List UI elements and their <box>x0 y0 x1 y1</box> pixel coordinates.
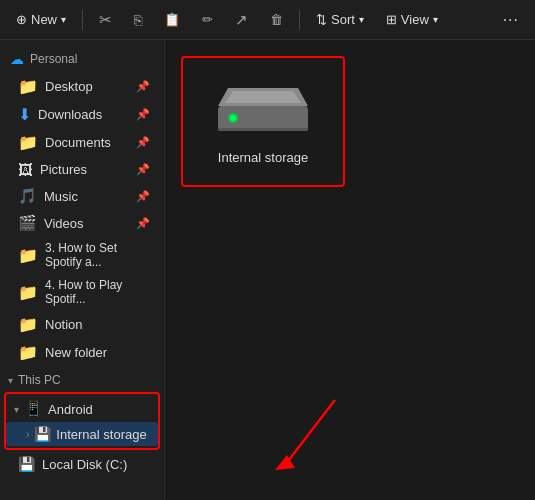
sort-chevron-icon: ▾ <box>359 14 364 25</box>
new-chevron-icon: ▾ <box>61 14 66 25</box>
android-label: Android <box>48 402 93 417</box>
cut-button[interactable]: ✂ <box>91 7 120 33</box>
internal-storage-icon: 💾 <box>34 426 51 442</box>
sidebar-cloud[interactable]: ☁ Personal <box>0 46 164 72</box>
sidebar-item-new-folder[interactable]: 📁 New folder <box>4 339 160 366</box>
cut-icon: ✂ <box>99 11 112 29</box>
android-internal-storage-label: Internal storage <box>56 427 146 442</box>
copy-icon: ⎘ <box>134 12 142 28</box>
sidebar-spotify1-label: 3. How to Set Spotify a... <box>45 241 150 269</box>
new-folder-icon: 📁 <box>18 343 38 362</box>
sidebar-item-downloads[interactable]: ⬇ Downloads 📌 <box>4 101 160 128</box>
delete-icon: 🗑 <box>270 12 283 27</box>
android-device-icon: 📱 <box>24 400 43 418</box>
spotify1-folder-icon: 📁 <box>18 246 38 265</box>
sidebar-downloads-label: Downloads <box>38 107 102 122</box>
arrow-annotation <box>265 390 345 480</box>
view-button[interactable]: ⊞ View ▾ <box>378 8 446 31</box>
spotify2-folder-icon: 📁 <box>18 283 38 302</box>
more-button[interactable]: ··· <box>495 7 527 33</box>
this-pc-section[interactable]: ▾ This PC <box>0 367 164 390</box>
sidebar-item-pictures[interactable]: 🖼 Pictures 📌 <box>4 157 160 182</box>
new-label: New <box>31 12 57 27</box>
this-pc-label: This PC <box>18 373 61 387</box>
sidebar-new-folder-label: New folder <box>45 345 107 360</box>
internal-storage-item[interactable]: Internal storage <box>181 56 345 187</box>
videos-pin-icon: 📌 <box>136 217 150 230</box>
downloads-pin-icon: 📌 <box>136 108 150 121</box>
sidebar-notion-label: Notion <box>45 317 83 332</box>
sidebar-item-documents[interactable]: 📁 Documents 📌 <box>4 129 160 156</box>
view-chevron-icon: ▾ <box>433 14 438 25</box>
svg-point-4 <box>230 115 236 121</box>
toolbar-separator-1 <box>82 10 83 30</box>
documents-pin-icon: 📌 <box>136 136 150 149</box>
sidebar-item-spotify2[interactable]: 📁 4. How to Play Spotif... <box>4 274 160 310</box>
toolbar-separator-2 <box>299 10 300 30</box>
sidebar-item-local-disk[interactable]: 💾 Local Disk (C:) <box>4 452 160 476</box>
desktop-pin-icon: 📌 <box>136 80 150 93</box>
pictures-icon: 🖼 <box>18 161 33 178</box>
videos-icon: 🎬 <box>18 214 37 232</box>
sidebar-music-label: Music <box>44 189 78 204</box>
android-header[interactable]: ▾ 📱 Android <box>6 396 158 422</box>
sidebar-pictures-label: Pictures <box>40 162 87 177</box>
sidebar: ☁ Personal 📁 Desktop 📌 ⬇ Downloads 📌 📁 D… <box>0 40 165 500</box>
view-label: View <box>401 12 429 27</box>
more-icon: ··· <box>503 11 519 29</box>
pictures-pin-icon: 📌 <box>136 163 150 176</box>
music-pin-icon: 📌 <box>136 190 150 203</box>
sidebar-desktop-label: Desktop <box>45 79 93 94</box>
sidebar-documents-label: Documents <box>45 135 111 150</box>
hdd-svg-icon <box>213 78 313 138</box>
cloud-icon: ☁ <box>10 51 24 67</box>
rename-button[interactable]: ✏ <box>194 8 221 31</box>
share-icon: ↗ <box>235 11 248 29</box>
main-layout: ☁ Personal 📁 Desktop 📌 ⬇ Downloads 📌 📁 D… <box>0 40 535 500</box>
notion-folder-icon: 📁 <box>18 315 38 334</box>
local-disk-label: Local Disk (C:) <box>42 457 127 472</box>
desktop-folder-icon: 📁 <box>18 77 38 96</box>
sort-button[interactable]: ⇅ Sort ▾ <box>308 8 372 31</box>
sidebar-item-desktop[interactable]: 📁 Desktop 📌 <box>4 73 160 100</box>
storage-content-label: Internal storage <box>218 150 308 165</box>
svg-line-6 <box>285 400 335 465</box>
android-internal-storage-item[interactable]: › 💾 Internal storage <box>6 422 158 446</box>
sidebar-item-notion[interactable]: 📁 Notion <box>4 311 160 338</box>
delete-button[interactable]: 🗑 <box>262 8 291 31</box>
view-icon: ⊞ <box>386 12 397 27</box>
android-section: ▾ 📱 Android › 💾 Internal storage <box>4 392 160 450</box>
sidebar-item-spotify1[interactable]: 📁 3. How to Set Spotify a... <box>4 237 160 273</box>
new-button[interactable]: ⊕ New ▾ <box>8 8 74 31</box>
music-icon: 🎵 <box>18 187 37 205</box>
svg-marker-2 <box>225 91 301 103</box>
downloads-icon: ⬇ <box>18 105 31 124</box>
new-icon: ⊕ <box>16 12 27 27</box>
sidebar-item-music[interactable]: 🎵 Music 📌 <box>4 183 160 209</box>
content-area: Internal storage <box>165 40 535 500</box>
android-chevron-icon: ▾ <box>14 404 19 415</box>
sort-icon: ⇅ <box>316 12 327 27</box>
sidebar-item-videos[interactable]: 🎬 Videos 📌 <box>4 210 160 236</box>
share-button[interactable]: ↗ <box>227 7 256 33</box>
this-pc-chevron-icon: ▾ <box>8 375 13 386</box>
sidebar-videos-label: Videos <box>44 216 84 231</box>
svg-marker-7 <box>275 455 295 470</box>
copy-button[interactable]: ⎘ <box>126 8 150 32</box>
sidebar-spotify2-label: 4. How to Play Spotif... <box>45 278 150 306</box>
internal-expand-icon: › <box>26 429 29 440</box>
toolbar: ⊕ New ▾ ✂ ⎘ 📋 ✏ ↗ 🗑 ⇅ Sort ▾ ⊞ View ▾ ··… <box>0 0 535 40</box>
sidebar-cloud-label: Personal <box>30 52 77 66</box>
svg-rect-5 <box>218 128 308 131</box>
paste-icon: 📋 <box>164 12 180 27</box>
rename-icon: ✏ <box>202 12 213 27</box>
local-disk-icon: 💾 <box>18 456 35 472</box>
documents-folder-icon: 📁 <box>18 133 38 152</box>
sort-label: Sort <box>331 12 355 27</box>
paste-button[interactable]: 📋 <box>156 8 188 31</box>
